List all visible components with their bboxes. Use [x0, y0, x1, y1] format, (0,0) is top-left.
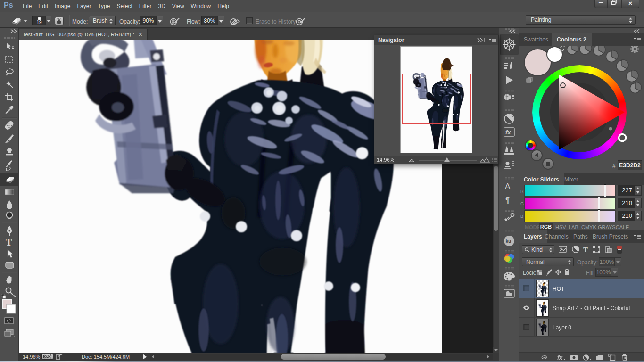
svg-text:¶: ¶ — [505, 196, 510, 205]
svg-text:T: T — [583, 246, 588, 254]
svg-text:ku: ku — [506, 239, 512, 244]
svg-text:T: T — [6, 237, 12, 247]
svg-text:A: A — [505, 182, 511, 191]
svg-text:fx: fx — [505, 129, 511, 136]
svg-text:fx: fx — [557, 354, 563, 361]
